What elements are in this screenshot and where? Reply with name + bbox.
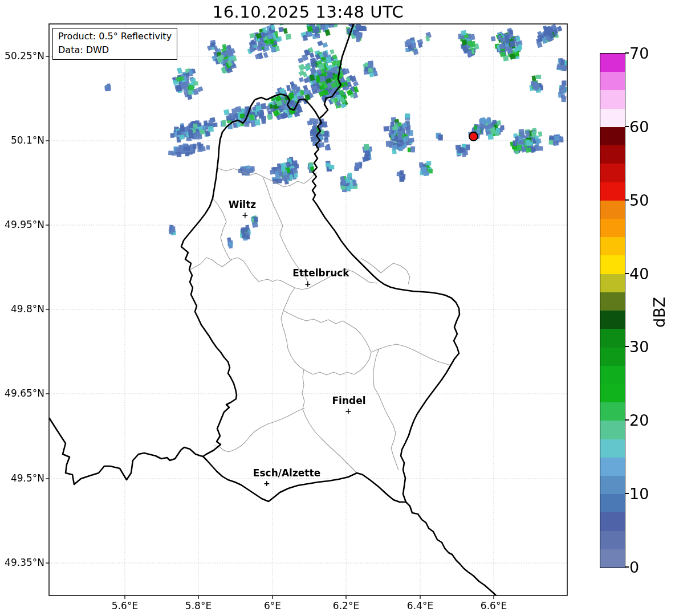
- colorbar-tick-mark: [625, 52, 629, 54]
- colorbar-tick-mark: [625, 126, 629, 127]
- colorbar-tick-label: 60: [629, 119, 649, 134]
- colorbar-tick-mark: [625, 199, 629, 201]
- colorbar-tick-label: 0: [629, 560, 639, 575]
- colorbar-segment: [600, 127, 625, 145]
- lat-tick-label: 49.35°N: [0, 557, 44, 568]
- colorbar-segment: [600, 402, 625, 421]
- city-marker: +: [263, 479, 270, 487]
- colorbar-segment: [600, 237, 625, 255]
- colorbar-tick-label: 30: [629, 339, 649, 354]
- lat-tick-label: 50.25°N: [0, 50, 44, 62]
- product-info-box: Product: 0.5° Reflectivity Data: DWD: [52, 28, 177, 60]
- colorbar-segment: [600, 439, 625, 458]
- product-info-line: Product: 0.5° Reflectivity: [58, 30, 172, 43]
- radar-site-marker: [469, 132, 478, 141]
- colorbar-axis-label: dBZ: [650, 289, 670, 335]
- colorbar-segment: [600, 421, 625, 439]
- city-label: Findel: [300, 395, 397, 406]
- colorbar-tick-mark: [625, 419, 629, 421]
- colorbar-tick-mark: [625, 346, 629, 347]
- lat-tick-label: 49.8°N: [0, 303, 44, 315]
- colorbar-segment: [600, 458, 625, 476]
- lat-tick-label: 49.65°N: [0, 387, 44, 399]
- colorbar-tick-label: 50: [629, 193, 649, 208]
- colorbar-segment: [600, 384, 625, 402]
- city-label: Wiltz: [194, 199, 291, 210]
- colorbar-segment: [600, 494, 625, 512]
- colorbar-segment: [600, 164, 625, 182]
- colorbar-segment: [600, 54, 625, 72]
- lon-tick-label: 6.2°E: [320, 600, 372, 611]
- lon-tick-label: 6°E: [247, 600, 298, 611]
- colorbar-segment: [600, 109, 625, 127]
- data-source-line: Data: DWD: [58, 43, 172, 57]
- colorbar-segment: [600, 329, 625, 347]
- colorbar-segment: [600, 549, 625, 568]
- city-label: Esch/Alzette: [238, 467, 335, 479]
- lon-tick-label: 5.8°E: [173, 600, 224, 611]
- colorbar-segment: [600, 531, 625, 549]
- lat-tick-label: 50.1°N: [0, 134, 44, 146]
- colorbar: [600, 53, 625, 568]
- colorbar-segment: [600, 274, 625, 292]
- colorbar-tick-mark: [625, 273, 629, 274]
- colorbar-tick-label: 70: [629, 46, 649, 61]
- colorbar-segment: [600, 145, 625, 164]
- city-marker: +: [345, 407, 352, 415]
- colorbar-segment: [600, 512, 625, 531]
- plot-title: 16.10.2025 13:48 UTC: [49, 2, 567, 22]
- colorbar-tick-label: 10: [629, 486, 649, 501]
- colorbar-segment: [600, 255, 625, 274]
- colorbar-segment: [600, 348, 625, 366]
- city-marker: +: [242, 211, 249, 219]
- colorbar-segment: [600, 201, 625, 219]
- radar-map-canvas: [0, 0, 675, 616]
- lat-tick-label: 49.95°N: [0, 219, 44, 230]
- colorbar-segment: [600, 72, 625, 90]
- colorbar-segment: [600, 90, 625, 108]
- colorbar-tick-mark: [625, 566, 629, 568]
- lon-tick-label: 6.6°E: [468, 600, 519, 611]
- colorbar-segment: [600, 182, 625, 201]
- lon-tick-label: 6.4°E: [395, 600, 446, 611]
- lat-tick-label: 49.5°N: [0, 472, 44, 484]
- city-marker: +: [304, 280, 311, 288]
- colorbar-tick-label: 40: [629, 266, 649, 282]
- colorbar-segment: [600, 311, 625, 329]
- colorbar-segment: [600, 476, 625, 494]
- colorbar-tick-mark: [625, 493, 629, 494]
- colorbar-segment: [600, 219, 625, 237]
- colorbar-segment: [600, 366, 625, 384]
- lon-tick-label: 5.6°E: [99, 600, 151, 611]
- colorbar-segment: [600, 292, 625, 311]
- colorbar-tick-label: 20: [629, 413, 649, 428]
- weather-radar-figure: 16.10.2025 13:48 UTC Product: 0.5° Refle…: [0, 0, 675, 616]
- city-label: Ettelbruck: [273, 267, 369, 279]
